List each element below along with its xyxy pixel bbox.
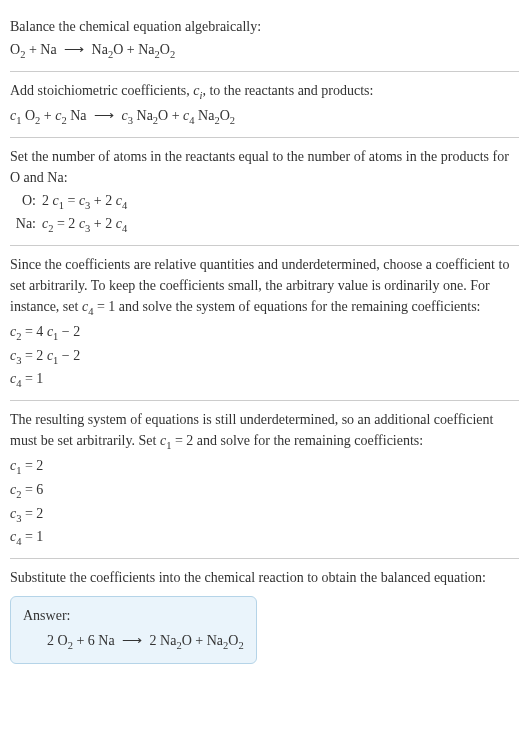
txt: Na [67, 108, 90, 123]
arb1-line1: c2 = 4 c1 − 2 [10, 321, 519, 345]
coeff-title: Add stoichiometric coefficients, ci, to … [10, 80, 519, 104]
txt: 2 [42, 193, 53, 208]
txt: = 1 [21, 529, 43, 544]
txt: O [10, 42, 20, 57]
txt: O [21, 108, 35, 123]
txt: − 2 [58, 324, 80, 339]
atom-row-o: O: 2 c1 = c3 + 2 c4 [10, 190, 519, 214]
arb2-line1: c1 = 2 [10, 455, 519, 479]
txt: = 2 [21, 506, 43, 521]
answer-box: Answer: 2 O2 + 6 Na ⟶ 2 Na2O + Na2O2 [10, 596, 257, 665]
section-intro: Balance the chemical equation algebraica… [10, 8, 519, 72]
txt: 2 Na [146, 633, 176, 648]
intro-title: Balance the chemical equation algebraica… [10, 16, 519, 37]
txt: 2 O [47, 633, 68, 648]
atom-eq: 2 c1 = c3 + 2 c4 [42, 190, 519, 214]
answer-title: Substitute the coefficients into the che… [10, 567, 519, 588]
atoms-title: Set the number of atoms in the reactants… [10, 146, 519, 188]
arb1-title: Since the coefficients are relative quan… [10, 254, 519, 320]
txt: O + Na [113, 42, 154, 57]
arrow-icon: ⟶ [118, 630, 146, 651]
txt: Na [195, 108, 215, 123]
sub: 2 [238, 639, 243, 650]
section-answer: Substitute the coefficients into the che… [10, 559, 519, 673]
txt: , to the reactants and products: [202, 83, 373, 98]
txt: = 2 [21, 458, 43, 473]
txt: + 6 Na [73, 633, 118, 648]
txt: = 2 and solve for the remaining coeffici… [171, 433, 423, 448]
txt: = 6 [21, 482, 43, 497]
coeff-equation: c1 O2 + c2 Na ⟶ c3 Na2O + c4 Na2O2 [10, 105, 519, 129]
txt: O [160, 42, 170, 57]
txt: = 2 [53, 216, 78, 231]
intro-equation: O2 + Na ⟶ Na2O + Na2O2 [10, 39, 519, 63]
arb1-line2: c3 = 2 c1 − 2 [10, 345, 519, 369]
txt: = 4 [21, 324, 46, 339]
txt: + 2 [90, 193, 115, 208]
answer-label: Answer: [23, 605, 244, 626]
arb1-line3: c4 = 1 [10, 368, 519, 392]
section-arbitrary1: Since the coefficients are relative quan… [10, 246, 519, 401]
txt: − 2 [58, 348, 80, 363]
txt: Add stoichiometric coefficients, [10, 83, 193, 98]
sub: 4 [122, 199, 127, 210]
txt: + [40, 108, 55, 123]
txt: O + Na [182, 633, 223, 648]
sub: 2 [170, 49, 175, 60]
answer-equation: 2 O2 + 6 Na ⟶ 2 Na2O + Na2O2 [23, 630, 244, 654]
txt: Na [133, 108, 153, 123]
txt: + 2 [90, 216, 115, 231]
atom-label: O: [10, 190, 42, 214]
section-arbitrary2: The resulting system of equations is sti… [10, 401, 519, 559]
txt: = [64, 193, 79, 208]
arb2-line2: c2 = 6 [10, 479, 519, 503]
atom-equations: O: 2 c1 = c3 + 2 c4 Na: c2 = 2 c3 + 2 c4 [10, 190, 519, 237]
txt: = 1 and solve the system of equations fo… [93, 299, 480, 314]
atom-eq: c2 = 2 c3 + 2 c4 [42, 213, 519, 237]
txt: O [220, 108, 230, 123]
arrow-icon: ⟶ [90, 105, 118, 126]
txt: = 1 [21, 371, 43, 386]
sub: 2 [230, 115, 235, 126]
txt: O + [158, 108, 183, 123]
arb2-title: The resulting system of equations is sti… [10, 409, 519, 454]
txt: = 2 [21, 348, 46, 363]
arb2-line3: c3 = 2 [10, 503, 519, 527]
txt: Na [88, 42, 108, 57]
txt: + Na [25, 42, 60, 57]
sub: 4 [122, 223, 127, 234]
section-coefficients: Add stoichiometric coefficients, ci, to … [10, 72, 519, 138]
atom-row-na: Na: c2 = 2 c3 + 2 c4 [10, 213, 519, 237]
arrow-icon: ⟶ [60, 39, 88, 60]
arb2-line4: c4 = 1 [10, 526, 519, 550]
section-atoms: Set the number of atoms in the reactants… [10, 138, 519, 246]
atom-label: Na: [10, 213, 42, 237]
txt: O [228, 633, 238, 648]
